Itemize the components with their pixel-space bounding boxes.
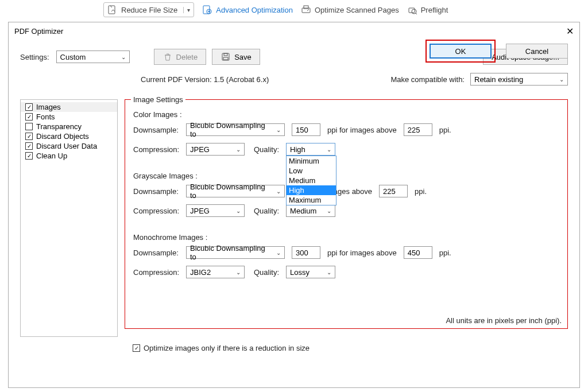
reduce-file-size-icon — [107, 5, 118, 15]
optimize-scanned-label: Optimize Scanned Pages — [315, 6, 399, 14]
chevron-down-icon[interactable]: ▾ — [183, 7, 190, 13]
reduce-file-size-label: Reduce File Size — [121, 6, 177, 14]
svg-point-6 — [412, 9, 416, 14]
optimize-scanned-icon — [301, 5, 311, 15]
svg-rect-1 — [203, 6, 210, 14]
main-toolbar: Reduce File Size ▾ Advanced Optimization… — [0, 0, 588, 20]
advanced-optimization-icon — [202, 5, 212, 15]
advanced-optimization-button[interactable]: Advanced Optimization — [202, 5, 293, 15]
optimize-scanned-button[interactable]: Optimize Scanned Pages — [301, 5, 399, 15]
preflight-button[interactable]: Preflight — [407, 5, 448, 15]
preflight-icon — [407, 5, 417, 15]
advanced-optimization-label: Advanced Optimization — [216, 6, 293, 14]
preflight-label: Preflight — [421, 6, 448, 14]
reduce-file-size-button[interactable]: Reduce File Size ▾ — [103, 2, 194, 17]
